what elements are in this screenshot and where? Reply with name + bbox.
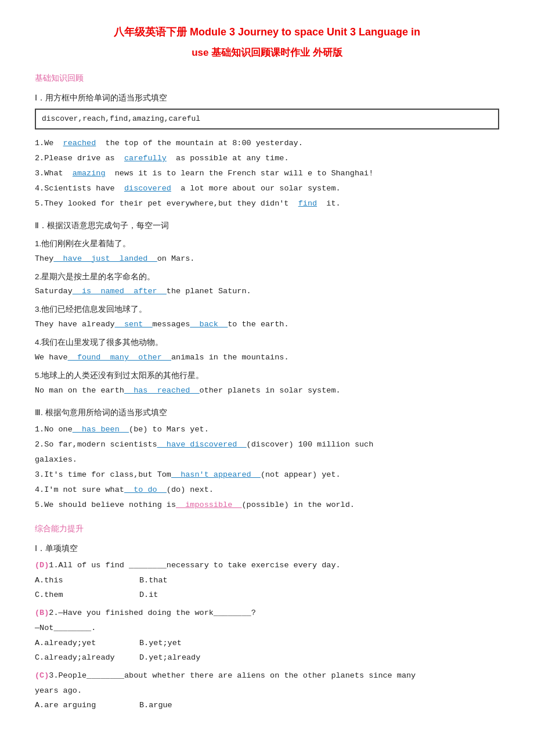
answer-is-named-after: __is__named__after__ (73, 287, 167, 296)
mcq-1-options2: C.themD.it (35, 589, 499, 602)
answer-find: find (298, 199, 317, 208)
p3-s2-cont: galaxies. (35, 453, 499, 467)
page-title: 八年级英语下册 Module 3 Journey to space Unit 3… (35, 23, 499, 41)
p3-s4: 4.I'm not sure what__to do__(do) next. (35, 484, 499, 497)
mcq-3-options: A.are arguingB.argue (35, 699, 499, 712)
part3-header: Ⅲ. 根据句意用所给词的适当形式填空 (35, 406, 499, 420)
p3-s3: 3.It's time for class,but Tom__hasn't ap… (35, 469, 499, 482)
word-box: discover,reach,find,amazing,careful (35, 109, 499, 129)
answer-amazing: amazing (73, 169, 106, 178)
zh-5: 5.地球上的人类还没有到过太阳系的其他行星。 (35, 369, 499, 383)
mcq-2-q: (B)2.—Have you finished doing the work__… (35, 607, 499, 620)
answer-reached: reached (63, 139, 96, 147)
sentence-2: 2.Please drive as carefully as possible … (35, 152, 499, 165)
answer-hasnt-appeared: __hasn't appeared__ (171, 470, 261, 479)
answer-found-many-other: __found__many__other__ (68, 353, 171, 362)
mcq-2-options2: C.already;alreadyD.yet;already (35, 651, 499, 665)
answer-have-just-landed: __have__just__landed__ (53, 254, 157, 263)
answer-sent: __sent__ (115, 320, 153, 329)
en-2: Saturday__is__named__after__the planet S… (35, 285, 499, 298)
answer-has-reached: __has__reached__ (124, 386, 200, 395)
zh-1: 1.他们刚刚在火星着陆了。 (35, 237, 499, 251)
part1-sentences: 1.We reached the top of the mountain at … (35, 137, 499, 211)
zh-4: 4.我们在山里发现了很多其他动物。 (35, 336, 499, 350)
sentence-5: 5.They looked for their pet everywhere,b… (35, 197, 499, 211)
answer-to-do: __to do__ (124, 485, 167, 494)
mcq-2-q2: —Not________. (35, 622, 499, 635)
zh-3: 3.他们已经把信息发回地球了。 (35, 303, 499, 316)
sentence-1: 1.We reached the top of the mountain at … (35, 137, 499, 150)
answer-discovered: discovered (124, 184, 171, 193)
section2-label: 综合能力提升 (35, 522, 499, 536)
en-5: No man on the earth__has__reached__other… (35, 384, 499, 398)
answer-impossible: __impossible__ (176, 501, 241, 509)
sentence-4: 4.Scientists have discovered a lot more … (35, 182, 499, 196)
answer-carefully: carefully (124, 154, 167, 163)
p3-s2: 2.So far,modern scientists__have discove… (35, 438, 499, 452)
mcq-3-q2: years ago. (35, 685, 499, 698)
answer-back: __back__ (190, 320, 228, 329)
mcq-1-q: (D)1.All of us find ________necessary to… (35, 559, 499, 573)
sentence-3: 3.What amazing news it is to learn the F… (35, 167, 499, 181)
en-1: They__have__just__landed__on Mars. (35, 253, 499, 266)
zh-2: 2.星期六是按土星的名字命名的。 (35, 271, 499, 284)
en-4: We have__found__many__other__animals in … (35, 351, 499, 365)
mcq-3-q: (C)3.People________about whether there a… (35, 669, 499, 683)
answer-c3: (C) (35, 671, 49, 680)
p3-s5: 5.We should believe nothing is__impossib… (35, 499, 499, 512)
answer-d1: (D) (35, 561, 49, 570)
mcq-1-options: A.thisB.that (35, 574, 499, 588)
part3-items: 1.No one__has been__(be) to Mars yet. 2.… (35, 423, 499, 512)
answer-has-been: __has been__ (73, 425, 129, 434)
section1-label: 基础知识回顾 (35, 71, 499, 85)
mcq-items: (D)1.All of us find ________necessary to… (35, 559, 499, 712)
part4-header: Ⅰ．单项填空 (35, 542, 499, 556)
answer-b2: (B) (35, 609, 49, 617)
part2-header: Ⅱ．根据汉语意思完成句子，每空一词 (35, 219, 499, 233)
answer-have-discovered: __have discovered__ (157, 440, 247, 449)
page-subtitle: use 基础知识回顾课时作业 外研版 (35, 45, 499, 62)
part1-header: Ⅰ．用方框中所给单词的适当形式填空 (35, 91, 499, 105)
p3-s1: 1.No one__has been__(be) to Mars yet. (35, 423, 499, 437)
en-3: They have already__sent__messages__back_… (35, 318, 499, 332)
part2-items: 1.他们刚刚在火星着陆了。 They__have__just__landed__… (35, 237, 499, 398)
mcq-2-options: A.already;yetB.yet;yet (35, 637, 499, 650)
